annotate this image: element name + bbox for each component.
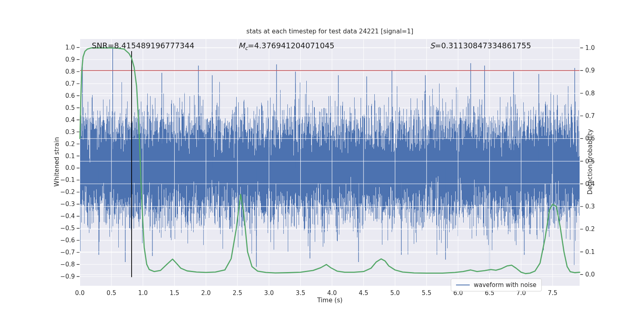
y-left-tick-label: −0.2 [51,188,75,196]
chirp-mass-symbol: M [238,41,245,50]
x-tick-label: 7.5 [543,289,563,297]
annotation-score: S=0.31130847334861755 [430,41,531,50]
y-right-tick-label: 0.5 [585,158,609,165]
y-right-tick-label: 0.1 [585,248,609,256]
chirp-mass-subscript: c [245,45,248,51]
y-left-tick-label: −0.6 [51,237,75,244]
y-left-tick-label: 0.5 [51,104,75,111]
x-tick-label: 4.5 [353,289,374,297]
y-left-tick-label: −0.7 [51,249,75,256]
legend-label: waveform with noise [474,281,537,289]
y-left-tick-label: −0.3 [51,200,75,208]
y-right-tick-label: 0.2 [585,225,609,233]
y-left-tick-label: −0.1 [51,176,75,184]
y-left-tick-label: 0.1 [51,153,75,160]
y-left-tick-label: −0.5 [51,225,75,232]
y-left-tick-label: 0.0 [51,164,75,171]
y-left-tick-label: 0.6 [51,92,75,99]
snr-text: SNR=8.415489196777344 [92,41,194,50]
annotation-snr: SNR=8.415489196777344 [92,41,194,50]
y-right-tick-label: 0.4 [585,180,609,188]
y-right-tick-label: 0.3 [585,203,609,210]
y-left-tick-label: 0.9 [51,56,75,63]
y-right-tick-label: 0.8 [585,90,609,97]
x-axis-label: Time (s) [80,297,580,304]
x-tick-label: 0.0 [70,289,90,297]
y-right-tick-label: 0.0 [585,271,609,278]
x-tick-label: 1.5 [164,289,184,297]
x-tick-label: 2.5 [227,289,248,297]
annotation-chirp-mass: Mc=4.376941204071045 [238,41,334,51]
y-left-tick-label: 0.2 [51,140,75,148]
x-tick-label: 2.0 [196,289,216,297]
x-tick-label: 0.5 [101,289,122,297]
figure: stats at each timestep for test data 242… [0,0,644,322]
x-tick-label: 3.5 [291,289,311,297]
y-right-tick-label: 1.0 [585,44,609,52]
y-left-tick-label: 0.8 [51,68,75,75]
y-left-tick-label: −0.4 [51,213,75,220]
y-left-tick-label: 0.7 [51,80,75,87]
x-tick-label: 4.0 [322,289,342,297]
y-right-tick-label: 0.6 [585,135,609,142]
x-tick-label: 1.0 [133,289,153,297]
x-tick-label: 5.5 [417,289,437,297]
x-tick-label: 5.0 [385,289,405,297]
waveform-line-swatch-icon [456,285,470,285]
y-right-tick-label: 0.7 [585,112,609,120]
chirp-mass-value: =4.376941204071045 [248,41,334,50]
legend: waveform with noise [451,279,542,291]
score-value: =0.31130847334861755 [435,41,531,50]
chart-title: stats at each timestep for test data 242… [80,28,580,35]
y-right-tick-label: 0.9 [585,67,609,74]
y-left-tick-label: −0.9 [51,273,75,280]
y-left-tick-label: −0.8 [51,261,75,268]
y-left-tick-label: 1.0 [51,44,75,51]
x-tick-label: 3.0 [259,289,279,297]
y-left-tick-label: 0.4 [51,116,75,124]
score-symbol: S [430,41,435,50]
y-left-tick-label: 0.3 [51,128,75,136]
